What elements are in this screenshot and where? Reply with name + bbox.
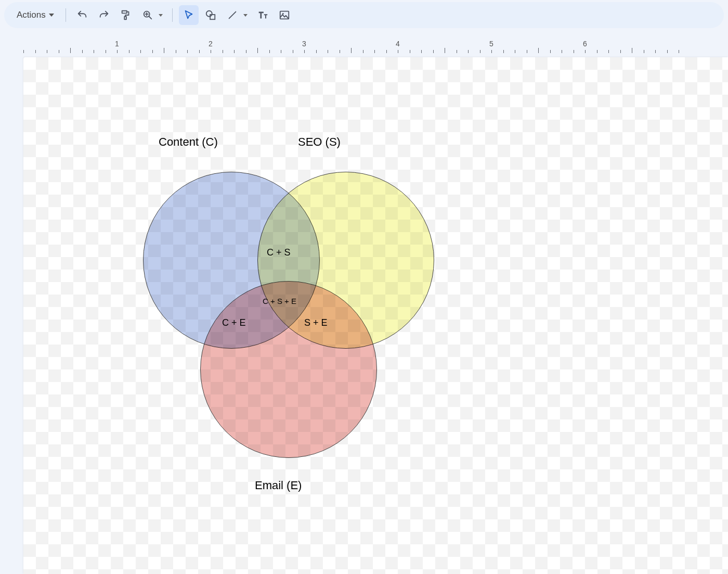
toolbar: Actions bbox=[4, 2, 724, 28]
shape-icon bbox=[205, 9, 216, 21]
redo-button[interactable] bbox=[94, 5, 114, 25]
cursor-icon bbox=[183, 9, 194, 21]
label-email[interactable]: Email (E) bbox=[255, 479, 302, 492]
actions-menu[interactable]: Actions bbox=[11, 7, 59, 23]
paint-roller-icon bbox=[120, 9, 132, 21]
svg-line-1 bbox=[149, 17, 152, 19]
venn-circle-email[interactable] bbox=[200, 281, 377, 458]
image-tool-button[interactable] bbox=[275, 5, 294, 25]
undo-button[interactable] bbox=[72, 5, 92, 25]
ruler-number: 3 bbox=[302, 40, 306, 48]
divider bbox=[172, 8, 173, 22]
zoom-icon bbox=[142, 9, 153, 21]
divider bbox=[66, 8, 66, 22]
svg-rect-5 bbox=[210, 15, 215, 19]
select-tool-button[interactable] bbox=[179, 5, 199, 25]
chevron-down-icon[interactable] bbox=[159, 14, 163, 17]
actions-label: Actions bbox=[17, 10, 46, 20]
image-icon bbox=[279, 9, 290, 21]
paint-format-button[interactable] bbox=[116, 5, 136, 25]
ruler-number: 2 bbox=[209, 40, 213, 48]
label-intersection-se[interactable]: S + E bbox=[304, 317, 328, 328]
label-intersection-ce[interactable]: C + E bbox=[222, 317, 246, 328]
ruler-number: 5 bbox=[489, 40, 493, 48]
zoom-button[interactable] bbox=[138, 5, 158, 25]
svg-line-6 bbox=[229, 12, 236, 19]
line-tool-button[interactable] bbox=[223, 5, 242, 25]
label-content[interactable]: Content (C) bbox=[159, 135, 218, 149]
ruler-number: 1 bbox=[115, 40, 119, 48]
label-seo[interactable]: SEO (S) bbox=[298, 135, 341, 149]
svg-point-8 bbox=[282, 13, 284, 15]
label-intersection-cs[interactable]: C + S bbox=[267, 247, 291, 258]
redo-icon bbox=[98, 9, 110, 21]
label-intersection-cse[interactable]: C + S + E bbox=[263, 297, 296, 305]
chevron-down-icon bbox=[49, 14, 54, 17]
ruler-number: 6 bbox=[583, 40, 587, 48]
horizontal-ruler: 123456 bbox=[0, 36, 728, 53]
chevron-down-icon[interactable] bbox=[243, 14, 248, 17]
ruler-number: 4 bbox=[396, 40, 400, 48]
line-icon bbox=[227, 9, 238, 21]
drawing-canvas[interactable]: Content (C) SEO (S) Email (E) C + S C + … bbox=[23, 57, 728, 574]
svg-point-4 bbox=[206, 11, 212, 17]
shape-tool-button[interactable] bbox=[201, 5, 220, 25]
textbox-tool-button[interactable] bbox=[253, 5, 272, 25]
undo-icon bbox=[76, 9, 88, 21]
textbox-icon bbox=[257, 9, 268, 21]
